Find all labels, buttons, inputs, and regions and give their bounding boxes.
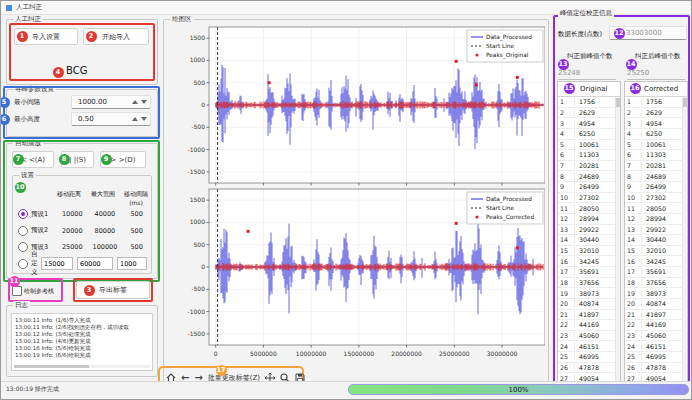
table-row[interactable]: 2141897 [558, 310, 620, 321]
table-row[interactable]: 926499 [625, 182, 687, 193]
preset-radio-1[interactable] [18, 209, 28, 219]
table-row[interactable]: 1735691 [625, 267, 687, 278]
preset-radio-2[interactable] [18, 226, 28, 236]
table-row[interactable]: 1837656 [625, 278, 687, 289]
peak-sample-value: 24689 [575, 173, 599, 180]
table-row[interactable]: 1228994 [625, 214, 687, 225]
scrollbar-thumb[interactable] [14, 365, 89, 368]
preset-value: 500 [122, 227, 151, 235]
table-row[interactable]: 2244169 [558, 320, 620, 331]
reference-line-checkbox[interactable] [12, 286, 22, 296]
table-row[interactable]: 11756 [558, 97, 620, 108]
annotation-circle-1: 1 [17, 31, 28, 42]
table-row[interactable]: 2345060 [625, 331, 687, 342]
table-row[interactable]: 2446151 [625, 341, 687, 352]
min-interval-spinner[interactable] [132, 100, 147, 104]
scrollbar-thumb[interactable] [616, 98, 620, 107]
table-row[interactable]: 824689 [558, 171, 620, 182]
table-row[interactable]: 824689 [625, 171, 687, 182]
table-row[interactable]: 1430440 [625, 235, 687, 246]
corrected-peaks-table[interactable]: Corrected 117562262934954462505100616113… [624, 81, 688, 385]
annotation-circle-4: 4 [53, 67, 64, 78]
spin-down-icon[interactable] [141, 117, 147, 121]
table-row[interactable]: 1532010 [558, 246, 620, 257]
min-height-spinner[interactable] [132, 117, 147, 121]
annotation-circle-15: 15 [564, 83, 575, 94]
table-row[interactable]: 2040874 [625, 299, 687, 310]
table-row[interactable]: 1938973 [625, 288, 687, 299]
table-row[interactable]: 2446151 [558, 341, 620, 352]
autoplay-settings-group: 设置 移动距离 最大范围 移动间隔(ms) 预设11000040000500预设… [12, 175, 152, 274]
min-height-field[interactable]: 0.50 [71, 112, 151, 126]
svg-text:25000000: 25000000 [439, 350, 470, 357]
table-row[interactable]: 1634245 [625, 256, 687, 267]
table-row[interactable]: 510061 [558, 140, 620, 151]
preset-radio-3[interactable] [18, 242, 28, 252]
row-index: 8 [625, 173, 642, 180]
log-line: 13:00:11 Info: (2/6)找到历史存档，成功读取 [15, 324, 149, 331]
min-interval-field[interactable]: 1000.00 [71, 95, 151, 109]
table-row[interactable]: 2040874 [558, 299, 620, 310]
table-row[interactable]: 46250 [625, 129, 687, 140]
table-row[interactable]: 34954 [625, 118, 687, 129]
corrected-header-label: Corrected [644, 85, 678, 93]
table-row[interactable]: 2647878 [558, 363, 620, 374]
annotation-circle-5: 5 [0, 97, 10, 108]
row-index: 18 [625, 279, 642, 286]
table-row[interactable]: 1430440 [558, 235, 620, 246]
svg-text:5000000: 5000000 [250, 350, 277, 357]
table-row[interactable]: 611303 [625, 150, 687, 161]
spin-up-icon[interactable] [132, 100, 138, 104]
table-row[interactable]: 611303 [558, 150, 620, 161]
table-row[interactable]: 1027302 [558, 193, 620, 204]
table-row[interactable]: 34954 [558, 118, 620, 129]
table-row[interactable]: 510061 [625, 140, 687, 151]
spin-up-icon[interactable] [132, 117, 138, 121]
row-index: 5 [625, 141, 642, 148]
table-row[interactable]: 1329922 [625, 225, 687, 236]
table-row[interactable]: 1735691 [558, 267, 620, 278]
table-row[interactable]: 1228994 [558, 214, 620, 225]
custom-value-input-1[interactable] [77, 257, 113, 270]
table-row[interactable]: 22629 [558, 108, 620, 119]
table-row[interactable]: 1128050 [625, 203, 687, 214]
log-horizontal-scrollbar[interactable] [14, 365, 150, 368]
table-row[interactable]: 2345060 [558, 331, 620, 342]
table-row[interactable]: 2141897 [625, 310, 687, 321]
preset-radio-4[interactable] [18, 259, 28, 269]
table-row[interactable]: 1027302 [625, 193, 687, 204]
table-row[interactable]: 1532010 [625, 246, 687, 257]
signal-plots[interactable]: 150010005000-500-1000-1500Data_Processed… [173, 25, 545, 363]
log-box[interactable]: 13:00:11 Info: (1/6)导入完成13:00:11 Info: (… [11, 313, 153, 371]
table-row[interactable]: 720281 [558, 161, 620, 172]
svg-text:Peaks_Corrected: Peaks_Corrected [486, 214, 534, 221]
table-row[interactable]: 2546995 [558, 352, 620, 363]
table-row[interactable]: 2546995 [625, 352, 687, 363]
table-row[interactable]: 1634245 [558, 256, 620, 267]
table-row[interactable]: 11756 [625, 97, 687, 108]
peak-sample-value: 41897 [642, 311, 666, 318]
preset-value: 10000 [57, 210, 88, 218]
table-row[interactable]: 926499 [558, 182, 620, 193]
table-row[interactable]: 1329922 [558, 225, 620, 236]
data-length-label: 数据长度(点数) [558, 30, 602, 39]
table-row[interactable]: 46250 [558, 129, 620, 140]
spin-down-icon[interactable] [141, 100, 147, 104]
table-row[interactable]: 1128050 [558, 203, 620, 214]
custom-value-input-0[interactable] [41, 257, 73, 270]
custom-value-input-2[interactable] [117, 257, 147, 270]
table-row[interactable]: 720281 [625, 161, 687, 172]
table-row[interactable]: 2244169 [625, 320, 687, 331]
table-row[interactable]: 1938973 [558, 288, 620, 299]
original-peaks-table[interactable]: Original 1175622629349544625051006161130… [557, 81, 621, 385]
table-row[interactable]: 1837656 [558, 278, 620, 289]
svg-text:20000000: 20000000 [391, 350, 422, 357]
log-line: 13:00:16 Info: (5/6)绘制完成 [15, 345, 149, 352]
scrollbar-thumb[interactable] [683, 98, 687, 107]
table-row[interactable]: 22629 [625, 108, 687, 119]
corrected-table-scrollbar[interactable] [682, 97, 687, 384]
reference-line-label: 绘制参考线 [24, 287, 54, 296]
table-row[interactable]: 2647878 [625, 363, 687, 374]
peak-sample-value: 10061 [575, 141, 599, 148]
original-table-scrollbar[interactable] [615, 97, 620, 384]
